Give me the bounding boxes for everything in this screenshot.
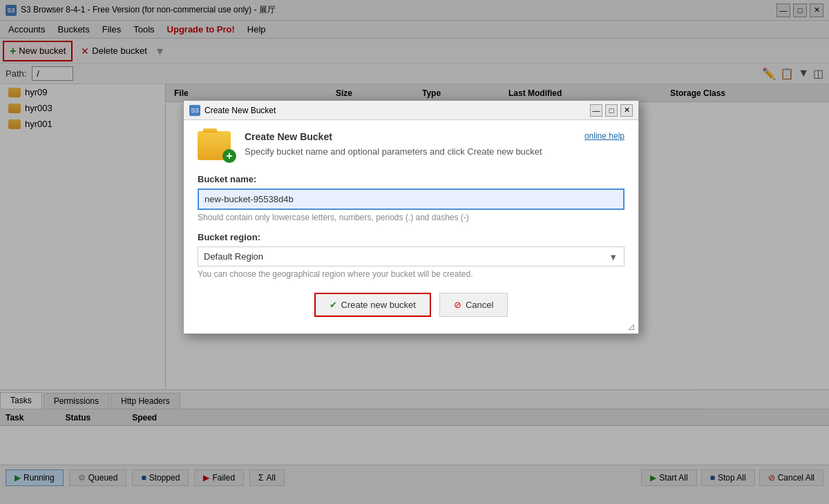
cancel-label: Cancel	[466, 300, 493, 310]
bucket-plus-icon: +	[222, 149, 236, 163]
modal-header-desc: Specify bucket name and optional paramet…	[245, 146, 573, 157]
bucket-icon-wrapper: +	[198, 131, 234, 160]
create-bucket-label: Create new bucket	[341, 300, 416, 310]
modal-controls[interactable]: — □ ✕	[590, 104, 633, 117]
bucket-name-input[interactable]	[198, 188, 625, 210]
modal-title: Create New Bucket	[204, 106, 276, 115]
modal-header: + Create New Bucket Specify bucket name …	[198, 131, 625, 160]
bucket-region-select-wrapper: Default Region us-east-1 us-west-2 eu-we…	[198, 246, 625, 266]
resize-handle[interactable]: ⊿	[627, 321, 636, 332]
bucket-region-group: Bucket region: Default Region us-east-1 …	[198, 232, 625, 279]
modal-footer: ✔ Create new bucket ⊘ Cancel	[198, 293, 625, 322]
bucket-region-label: Bucket region:	[198, 232, 625, 242]
modal-minimize-button[interactable]: —	[590, 104, 602, 117]
checkmark-icon: ✔	[330, 300, 337, 310]
cancel-icon: ⊘	[454, 300, 461, 310]
bucket-region-hint: You can choose the geographical region w…	[198, 269, 625, 279]
cancel-button[interactable]: ⊘ Cancel	[439, 293, 508, 317]
modal-title-bar: S3 Create New Bucket — □ ✕	[184, 101, 638, 120]
modal-body: + Create New Bucket Specify bucket name …	[184, 120, 638, 333]
modal-overlay: S3 Create New Bucket — □ ✕ + Create New …	[0, 0, 829, 490]
modal-header-title: Create New Bucket	[245, 131, 573, 142]
modal-app-icon: S3	[189, 105, 200, 116]
create-bucket-modal: S3 Create New Bucket — □ ✕ + Create New …	[183, 100, 639, 334]
bucket-region-select[interactable]: Default Region us-east-1 us-west-2 eu-we…	[198, 246, 625, 266]
modal-close-button[interactable]: ✕	[620, 104, 633, 117]
create-new-bucket-button[interactable]: ✔ Create new bucket	[314, 293, 431, 317]
modal-maximize-button[interactable]: □	[605, 104, 618, 117]
bucket-name-label: Bucket name:	[198, 174, 625, 184]
bucket-name-group: Bucket name: Should contain only lowerca…	[198, 174, 625, 222]
modal-header-text: Create New Bucket Specify bucket name an…	[245, 131, 573, 157]
online-help-link[interactable]: online help	[584, 131, 625, 141]
bucket-name-hint: Should contain only lowercase letters, n…	[198, 213, 625, 222]
